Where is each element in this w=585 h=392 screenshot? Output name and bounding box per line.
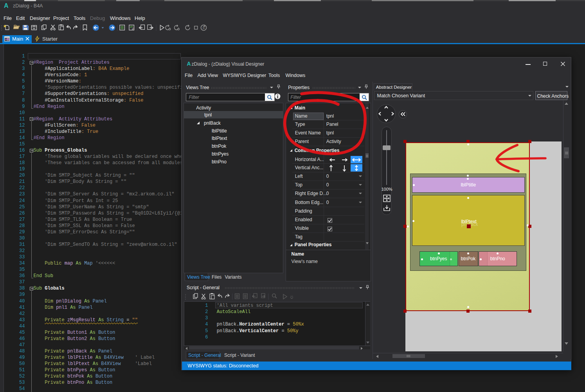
svg-text:2: 2 [132,27,134,30]
svg-text:S: S [203,26,205,30]
